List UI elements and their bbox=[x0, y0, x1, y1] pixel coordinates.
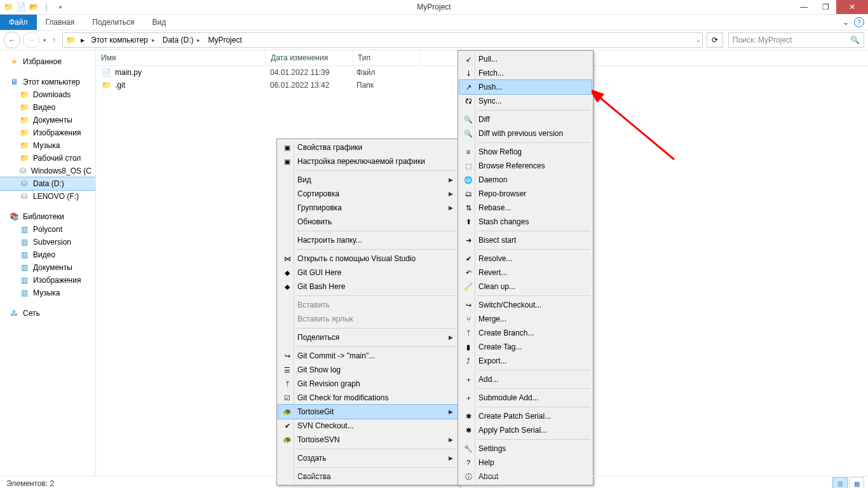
sidebar-network[interactable]: 🖧Сеть bbox=[0, 307, 95, 320]
close-button[interactable]: ✕ bbox=[836, 0, 868, 14]
menu-item[interactable]: ?Help bbox=[459, 456, 592, 470]
column-header-name[interactable]: Имя bbox=[96, 50, 266, 65]
sidebar-item-lib-video[interactable]: ▥Видео bbox=[0, 248, 95, 261]
qa-open-icon[interactable]: 📂 bbox=[28, 1, 39, 13]
menu-item[interactable]: ◆Git GUI Here bbox=[278, 266, 458, 280]
menu-item[interactable]: ≡Show Reflog bbox=[459, 145, 592, 159]
sidebar-item-lib-music[interactable]: ▥Музыка bbox=[0, 287, 95, 299]
refresh-button[interactable]: ⟳ bbox=[707, 32, 723, 48]
breadcrumb-seg-1[interactable]: Data (D:)▸ bbox=[159, 33, 205, 47]
back-button[interactable]: ← bbox=[4, 32, 20, 48]
sidebar-item-polycont[interactable]: ▥Polycont bbox=[0, 223, 95, 236]
menu-item[interactable]: ⤓Fetch... bbox=[459, 66, 592, 80]
search-input[interactable]: Поиск: MyProject 🔍 bbox=[728, 32, 864, 48]
view-icons-button[interactable]: ▦ bbox=[849, 477, 864, 488]
sidebar-item-documents[interactable]: 📁Документы bbox=[0, 114, 95, 126]
menu-item[interactable]: ᛉCreate Branch... bbox=[459, 326, 592, 340]
menu-item[interactable]: ✱Apply Patch Serial... bbox=[459, 423, 592, 437]
menu-item[interactable]: ＋Add... bbox=[459, 372, 592, 386]
sidebar-item-downloads[interactable]: 📁Downloads bbox=[0, 88, 95, 101]
view-details-button[interactable]: ☰ bbox=[832, 477, 848, 488]
menu-item[interactable]: 🐢TortoiseGit▶ bbox=[278, 405, 458, 419]
qa-dropdown-icon[interactable]: ▾ bbox=[55, 1, 66, 13]
history-dropdown-icon[interactable]: ▾ bbox=[43, 37, 46, 43]
help-icon[interactable]: ? bbox=[854, 17, 864, 27]
menu-item[interactable]: ▮Create Tag... bbox=[459, 340, 592, 354]
menu-item[interactable]: Создать▶ bbox=[278, 451, 458, 465]
menu-item[interactable]: ✔Resolve... bbox=[459, 252, 592, 266]
menu-item[interactable]: Настроить папку... bbox=[278, 233, 458, 247]
menu-item[interactable]: Поделиться▶ bbox=[278, 330, 458, 344]
sidebar-item-subversion[interactable]: ▥Subversion bbox=[0, 236, 95, 248]
menu-item[interactable]: 🧹Clean up... bbox=[459, 280, 592, 294]
sidebar-this-pc[interactable]: 🖥Этот компьютер bbox=[0, 76, 95, 88]
menu-item[interactable]: Обновить bbox=[278, 215, 458, 229]
menu-item[interactable]: ▣Настройка переключаемой графики bbox=[278, 154, 458, 168]
menu-item[interactable]: ▣Свойства графики bbox=[278, 140, 458, 154]
qa-new-icon[interactable]: 📄 bbox=[15, 1, 27, 13]
menu-item[interactable]: ＋Submodule Add... bbox=[459, 391, 592, 405]
menu-item[interactable]: ↙Pull... bbox=[459, 52, 592, 66]
menu-item[interactable]: Группировка▶ bbox=[278, 201, 458, 215]
menu-item[interactable]: 🗘Sync... bbox=[459, 94, 592, 108]
menu-item: Вставить ярлык bbox=[278, 312, 458, 326]
menu-item[interactable]: 🌐Daemon bbox=[459, 173, 592, 187]
menu-item[interactable]: ◆Git Bash Here bbox=[278, 280, 458, 294]
menu-item[interactable]: 🔍Diff bbox=[459, 112, 592, 126]
menu-item[interactable]: ⇅Rebase... bbox=[459, 201, 592, 215]
file-date: 04.01.2022 11:39 bbox=[265, 68, 351, 77]
sidebar-item-lib-documents[interactable]: ▥Документы bbox=[0, 261, 95, 274]
menu-item[interactable]: ⋈Открыть с помощью Visual Studio bbox=[278, 252, 458, 266]
maximize-button[interactable]: ❐ bbox=[815, 0, 836, 14]
menu-item[interactable]: ↪Git Commit -> "main"... bbox=[278, 349, 458, 363]
sidebar-libraries[interactable]: 📚Библиотеки bbox=[0, 210, 95, 223]
sidebar-item-music[interactable]: 📁Музыка bbox=[0, 139, 95, 152]
breadcrumb-dropdown-icon[interactable]: ⌄ bbox=[696, 37, 701, 43]
menu-item[interactable]: ✱Create Patch Serial... bbox=[459, 409, 592, 423]
menu-item[interactable]: ⬚Browse References bbox=[459, 159, 592, 173]
menu-item[interactable]: 🔍Diff with previous version bbox=[459, 126, 592, 140]
sidebar-item-drive-f[interactable]: ⛁LENOVO (F:) bbox=[0, 190, 95, 203]
column-header-date[interactable]: Дата изменения bbox=[266, 50, 353, 65]
menu-item[interactable]: ☑Git Check for modifications bbox=[278, 391, 458, 405]
menu-item[interactable]: ᛘGit Revision graph bbox=[278, 377, 458, 391]
forward-button[interactable]: → bbox=[23, 32, 39, 48]
column-header-type[interactable]: Тип bbox=[353, 50, 421, 65]
menu-item[interactable]: ↗Push... bbox=[459, 80, 592, 94]
menu-item[interactable]: ↶Revert... bbox=[459, 266, 592, 280]
menu-item[interactable]: ↪Switch/Checkout... bbox=[459, 298, 592, 312]
sidebar-item-images[interactable]: 📁Изображения bbox=[0, 126, 95, 139]
menu-item[interactable]: ➜Bisect start bbox=[459, 233, 592, 247]
sidebar-item-desktop[interactable]: 📁Рабочий стол bbox=[0, 152, 95, 165]
ribbon-tab-file[interactable]: Файл bbox=[0, 15, 37, 30]
menu-item[interactable]: 🐢TortoiseSVN▶ bbox=[278, 433, 458, 447]
ribbon-collapse-icon[interactable]: ⌄ bbox=[843, 18, 849, 27]
breadcrumb-root-chevron[interactable]: ▸ bbox=[81, 36, 85, 44]
sidebar-item-drive-d[interactable]: ⛁Data (D:) bbox=[0, 177, 95, 190]
up-button[interactable]: ↑ bbox=[48, 34, 60, 46]
ribbon-tab-share[interactable]: Поделиться bbox=[83, 15, 143, 30]
menu-item[interactable]: 🗂Repo-browser bbox=[459, 187, 592, 201]
menu-item[interactable]: Сортировка▶ bbox=[278, 187, 458, 201]
menu-item[interactable]: ⑂Merge... bbox=[459, 312, 592, 326]
breadcrumb-seg-0[interactable]: Этот компьютер▸ bbox=[87, 33, 159, 47]
file-date: 06.01.2022 13:42 bbox=[265, 81, 351, 90]
breadcrumb-seg-2[interactable]: MyProject bbox=[204, 33, 245, 47]
ribbon-tab-view[interactable]: Вид bbox=[143, 15, 175, 30]
search-icon[interactable]: 🔍 bbox=[850, 36, 860, 44]
sidebar-item-lib-images[interactable]: ▥Изображения bbox=[0, 274, 95, 287]
menu-item[interactable]: ⬆Stash changes bbox=[459, 215, 592, 229]
menu-item[interactable]: ✔SVN Checkout... bbox=[278, 419, 458, 433]
qa-folder-icon[interactable]: 📁 bbox=[3, 1, 14, 13]
menu-separator bbox=[296, 170, 457, 171]
menu-item[interactable]: Вид▶ bbox=[278, 173, 458, 187]
sidebar-favorites[interactable]: ★Избранное bbox=[0, 55, 95, 68]
menu-item[interactable]: ☰Git Show log bbox=[278, 363, 458, 377]
sidebar-item-video[interactable]: 📁Видео bbox=[0, 101, 95, 114]
ribbon-tab-home[interactable]: Главная bbox=[37, 15, 84, 30]
breadcrumb[interactable]: 📁 ▸ Этот компьютер▸ Data (D:)▸ MyProject… bbox=[62, 32, 703, 48]
menu-item[interactable]: 🔧Settings bbox=[459, 442, 592, 456]
menu-item[interactable]: ⤴Export... bbox=[459, 354, 592, 368]
minimize-button[interactable]: — bbox=[793, 0, 815, 14]
sidebar-item-drive-c[interactable]: ⛁Windows8_OS (C bbox=[0, 165, 95, 177]
